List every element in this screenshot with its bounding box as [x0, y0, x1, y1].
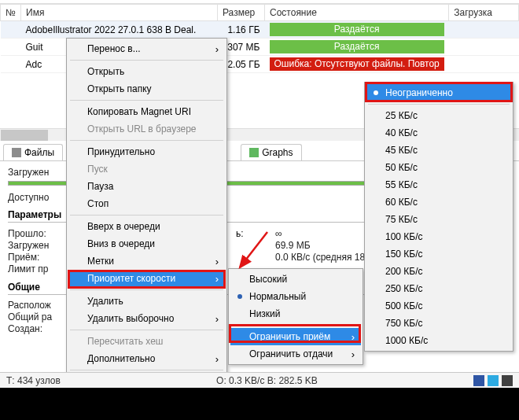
mi-open[interactable]: Открыть [68, 63, 225, 80]
mi-rate[interactable]: 150 КБ/c [366, 245, 511, 263]
mi-move-to[interactable]: Перенос в... [68, 40, 225, 57]
bottom-bar [0, 388, 519, 420]
mi-force[interactable]: Принудительно [68, 143, 225, 160]
mi-rate[interactable]: 50 КБ/c [366, 159, 511, 176]
mi-open-url: Открыть URL в браузере [68, 120, 225, 138]
mi-labels[interactable]: Метки [68, 252, 225, 270]
mi-queue-down[interactable]: Вниз в очереди [68, 235, 225, 252]
mi-speed-priority[interactable]: Приоритет скорости [68, 270, 225, 287]
mi-rate[interactable]: 200 КБ/c [366, 263, 511, 280]
summary-value: 69.9 МБ [275, 240, 311, 251]
mi-rate[interactable]: 1000 КБ/c [366, 332, 511, 349]
files-icon [12, 148, 21, 157]
status-seeding: Раздаётся [270, 40, 444, 53]
col-state[interactable]: Состояние [265, 5, 449, 21]
col-name[interactable]: Имя [21, 5, 218, 21]
mi-rate[interactable]: 250 КБ/c [366, 280, 511, 297]
speed-status: О: 0.3 KB/c В: 282.5 KB [216, 375, 318, 386]
mi-pause[interactable]: Пауза [68, 178, 225, 195]
status-bar: Т: 434 узлов О: 0.3 KB/c В: 282.5 KB [0, 372, 519, 388]
torrent-name: AdobeIllustrator 2022 27.0.1 638 B Deal. [21, 21, 218, 39]
graph-icon [249, 148, 259, 157]
mi-rate[interactable]: 60 КБ/c [366, 193, 511, 211]
tab-label: Файлы [24, 147, 54, 158]
mi-rate[interactable]: 750 КБ/c [366, 315, 511, 332]
context-menu-rate[interactable]: Неограниченно 25 КБ/c 40 КБ/c 45 КБ/c 50… [364, 82, 513, 352]
context-menu-main[interactable]: Перенос в... Открыть Открыть папку Копир… [66, 38, 227, 415]
mi-limit-upload[interactable]: Ограничить отдачи [230, 345, 361, 363]
col-size[interactable]: Размер [218, 5, 265, 21]
mi-high[interactable]: Высокий [230, 271, 361, 288]
mi-queue-up[interactable]: Вверх в очереди [68, 218, 225, 235]
mi-low[interactable]: Низкий [230, 305, 361, 322]
status-seeding: Раздаётся [270, 23, 444, 36]
facebook-icon[interactable] [473, 375, 484, 386]
mi-rate[interactable]: 55 КБ/c [366, 176, 511, 193]
col-download[interactable]: Загрузка [449, 5, 519, 21]
context-menu-priority[interactable]: Высокий Нормальный Низкий Ограничить при… [228, 268, 363, 365]
mi-rate[interactable]: 100 КБ/c [366, 228, 511, 245]
col-num[interactable]: № [1, 5, 21, 21]
mi-limit-download[interactable]: Ограничить приём [230, 328, 361, 345]
mi-rate[interactable]: 45 КБ/c [366, 142, 511, 159]
mi-stop[interactable]: Стоп [68, 195, 225, 212]
summary-label: ь: [236, 228, 252, 239]
tab-label: Graphs [262, 147, 293, 158]
table-row[interactable]: AdobeIllustrator 2022 27.0.1 638 B Deal.… [1, 21, 519, 39]
mi-unlimited[interactable]: Неограниченно [366, 84, 511, 101]
mi-start: Пуск [68, 160, 225, 178]
mi-open-folder[interactable]: Открыть папку [68, 80, 225, 98]
rss-icon[interactable] [502, 375, 513, 386]
mi-normal[interactable]: Нормальный [230, 288, 361, 305]
mi-rate[interactable]: 75 КБ/c [366, 211, 511, 228]
mi-rate[interactable]: 500 КБ/c [366, 297, 511, 315]
mi-delete-selective[interactable]: Удалить выборочно [68, 310, 225, 327]
mi-advanced[interactable]: Дополнительно [68, 350, 225, 367]
tab-graphs[interactable]: Graphs [241, 144, 301, 160]
summary-value: ∞ [275, 228, 282, 239]
torrent-size: 1.16 ГБ [218, 21, 265, 39]
mi-recheck: Пересчитать хеш [68, 333, 225, 350]
mi-rate[interactable]: 25 КБ/c [366, 107, 511, 124]
mi-rate[interactable]: 40 КБ/c [366, 124, 511, 142]
twitter-icon[interactable] [488, 375, 499, 386]
status-error: Ошибка: Отсутствуют файлы. Повтор [270, 57, 444, 71]
mi-copy-magnet[interactable]: Копировать Magnet URI [68, 103, 225, 120]
mi-delete[interactable]: Удалить [68, 293, 225, 310]
dht-status: Т: 434 узлов [6, 375, 61, 386]
tab-files[interactable]: Файлы [3, 144, 63, 160]
